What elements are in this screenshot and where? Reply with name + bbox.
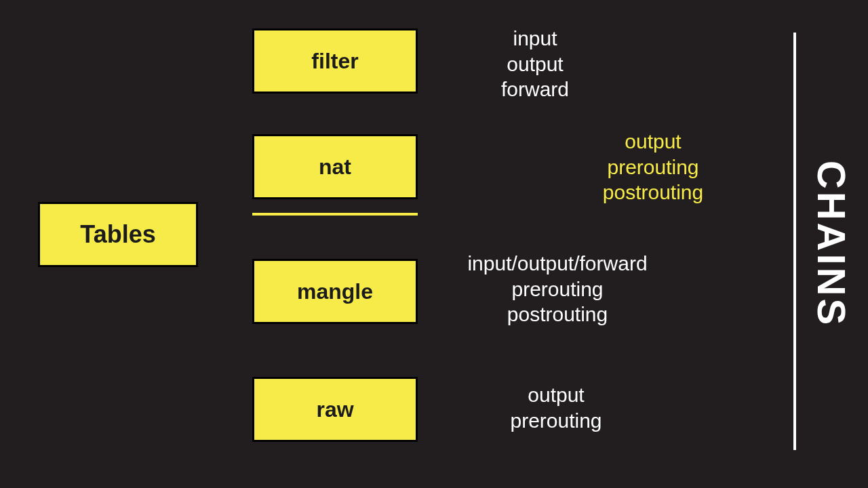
chain-item: postrouting [435,302,679,327]
nat-underline [252,213,418,216]
table-box-filter: filter [252,28,418,94]
chain-list-nat: output prerouting postrouting [568,129,738,205]
chain-item: prerouting [568,155,738,180]
chain-item: input/output/forward [435,251,679,277]
chain-item: postrouting [568,180,738,205]
chain-list-mangle: input/output/forward prerouting postrout… [435,251,679,327]
chain-item: output [450,52,620,77]
chain-item: prerouting [435,277,679,302]
chain-item: forward [450,77,620,102]
chains-divider-line [793,33,796,450]
table-box-raw: raw [252,377,418,442]
chain-item: input [450,26,620,52]
chain-item: prerouting [468,408,644,434]
chain-list-raw: output prerouting [468,382,644,433]
table-box-nat: nat [252,134,418,199]
table-box-mangle: mangle [252,259,418,324]
chains-side-label: CHAINS [809,161,854,327]
chain-item: output [468,382,644,408]
chain-item: output [568,129,738,155]
chain-list-filter: input output forward [450,26,620,102]
tables-root-box: Tables [38,202,198,267]
